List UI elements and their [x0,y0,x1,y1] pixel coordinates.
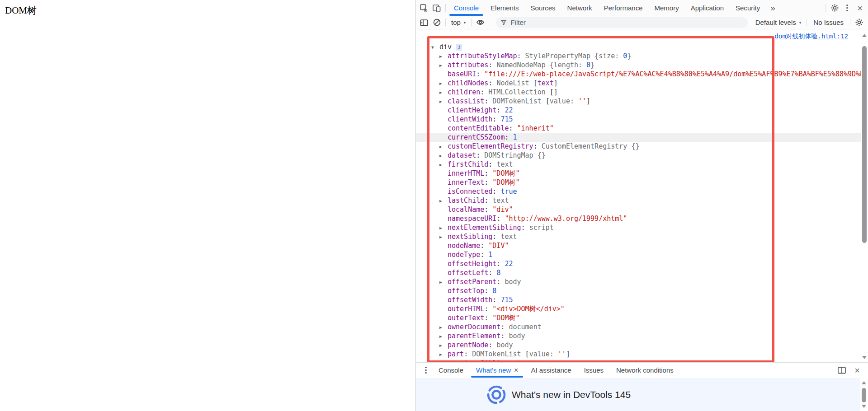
tab-security[interactable]: Security [730,0,766,16]
close-devtools-button[interactable]: × [854,2,866,14]
block-circle-icon [433,18,441,27]
expand-arrow-icon[interactable]: ▶ [439,162,448,167]
drawer-tab-what-s-new[interactable]: What's new× [470,363,524,378]
filter-input[interactable] [510,19,743,26]
expand-arrow-icon[interactable]: ▶ [439,81,448,86]
property-row-isConnected: isConnected: true [416,187,861,196]
expand-arrow-icon[interactable]: ▶ [439,334,448,339]
drawer-tab-issues[interactable]: Issues [578,363,610,378]
property-row-offsetParent[interactable]: ▶offsetParent: body [416,277,861,286]
collapse-arrow-icon[interactable]: ▼ [431,45,439,50]
property-row-part[interactable]: ▶part: DOMTokenList [value: ''] [416,350,861,359]
drawer-more-tools-button[interactable] [420,364,432,376]
expand-arrow-icon[interactable]: ▶ [439,90,448,95]
object-root-row[interactable]: ▼ div i [416,42,861,51]
property-row-attributeStyleMap[interactable]: ▶attributeStyleMap: StylePropertyMap {si… [416,51,861,61]
expand-arrow-icon[interactable]: ▶ [439,198,448,203]
close-drawer-button[interactable]: × [851,364,863,376]
property-name: attributeStyleMap [448,52,517,60]
scrollbar-thumb[interactable] [862,46,867,243]
execution-context-selector[interactable]: top ▾ [448,19,469,26]
property-value-part: StylePropertyMap {size: [525,52,623,60]
property-row-contentEditable: contentEditable: "inherit" [416,124,861,133]
property-row-nextSibling[interactable]: ▶nextSibling: text [416,232,861,241]
scrollbar-down-arrow-icon[interactable] [862,405,866,408]
tab-performance[interactable]: Performance [598,0,649,16]
issues-counter[interactable]: No Issues [809,19,848,26]
property-row-ownerDocument[interactable]: ▶ownerDocument: document [416,322,861,332]
drawer-tab-network-conditions[interactable]: Network conditions [610,363,680,378]
clear-console-button[interactable] [430,17,443,28]
property-row-firstChild[interactable]: ▶firstChild: text [416,160,861,169]
property-name: contentEditable [448,124,509,132]
property-row-dataset[interactable]: ▶dataset: DOMStringMap {} [416,151,861,160]
property-value-part: 715 [500,115,513,123]
expand-arrow-icon[interactable]: ▶ [439,99,448,104]
property-name: children [448,88,480,96]
tab-console[interactable]: Console [448,0,485,16]
scrollbar-thumb[interactable] [862,388,866,402]
source-file-link[interactable]: dom对线初体验.html:12 [774,33,848,41]
scrollbar-up-arrow-icon[interactable] [862,381,866,384]
property-row-classList[interactable]: ▶classList: DOMTokenList [value: ''] [416,97,861,106]
expand-arrow-icon[interactable]: ▶ [439,280,448,285]
levels-label: Default levels [755,19,796,26]
log-levels-dropdown[interactable]: Default levels ▾ [752,19,805,26]
property-name: firstChild [448,160,488,168]
property-row-attributes[interactable]: ▶attributes: NamedNodeMap {length: 0} [416,61,861,70]
more-tabs-button[interactable]: » [766,3,780,13]
property-row-offsetTop: offsetTop: 8 [416,286,861,295]
expand-arrow-icon[interactable]: ▶ [439,343,448,348]
property-colon: : [496,278,505,286]
live-expression-button[interactable] [474,17,486,28]
expand-arrow-icon[interactable]: ▶ [439,234,448,239]
property-colon: : [521,224,529,232]
console-scrollbar[interactable] [861,30,868,362]
property-colon: : [484,305,492,313]
drawer-tab-console[interactable]: Console [432,363,470,378]
expand-arrow-icon[interactable]: ▶ [439,361,448,363]
console-sidebar-toggle-button[interactable] [418,17,430,28]
console-filter-field[interactable] [496,17,747,28]
property-row-outerText: outerText: "DOM树" [416,313,861,322]
expand-arrow-icon[interactable]: ▶ [439,153,448,158]
property-row-parentElement[interactable]: ▶parentElement: body [416,332,861,341]
settings-button[interactable] [828,2,841,14]
expand-arrow-icon[interactable]: ▶ [439,325,448,330]
tab-memory[interactable]: Memory [649,0,685,16]
toggle-drawer-orientation-button[interactable] [835,364,848,376]
property-value-part: NodeList [496,79,533,87]
info-badge[interactable]: i [456,44,462,51]
property-name: parentElement [448,332,500,340]
property-row-lastChild[interactable]: ▶lastChild: text [416,196,861,205]
close-tab-icon[interactable]: × [514,366,518,374]
property-row-childNodes[interactable]: ▶childNodes: NodeList [text] [416,79,861,88]
property-name: currentCSSZoom [448,133,505,141]
property-value-part: 22 [505,106,513,114]
property-value-part: NamedNodeMap {length: [496,61,586,69]
tab-sources[interactable]: Sources [525,0,561,16]
drawer-scrollbar[interactable] [860,378,868,411]
property-row-customElementRegistry[interactable]: ▶customElementRegistry: CustomElementReg… [416,142,861,151]
more-options-button[interactable] [841,2,854,14]
drawer-tab-ai-assistance[interactable]: AI assistance [524,363,577,378]
inspect-element-button[interactable] [418,2,430,14]
property-row-children[interactable]: ▶children: HTMLCollection [] [416,88,861,97]
tab-elements[interactable]: Elements [485,0,525,16]
expand-arrow-icon[interactable]: ▶ [439,225,448,230]
scrollbar-up-arrow-icon[interactable] [862,34,867,37]
expand-arrow-icon[interactable]: ▶ [439,54,448,59]
tab-network[interactable]: Network [561,0,598,16]
property-row-previousSibling[interactable]: ▶previousSibling: text [416,359,861,362]
console-output-area: dom对线初体验.html:12 ▼ div i ▶attributeStyle… [416,30,868,362]
console-settings-button[interactable] [853,17,865,28]
expand-arrow-icon[interactable]: ▶ [439,144,448,149]
property-row-parentNode[interactable]: ▶parentNode: body [416,341,861,350]
property-row-nextElementSibling[interactable]: ▶nextElementSibling: script [416,223,861,232]
scrollbar-down-arrow-icon[interactable] [862,356,867,359]
property-name: nextSibling [448,233,492,241]
expand-arrow-icon[interactable]: ▶ [439,63,448,68]
device-toolbar-button[interactable] [430,2,443,14]
tab-application[interactable]: Application [685,0,730,16]
expand-arrow-icon[interactable]: ▶ [439,352,448,357]
